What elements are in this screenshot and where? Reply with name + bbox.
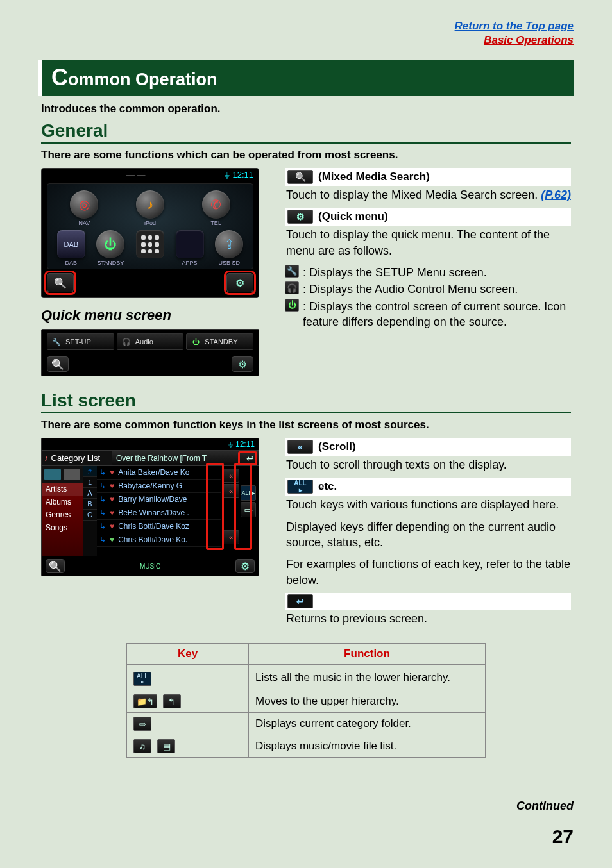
heading-general: General	[41, 121, 571, 144]
desc-text-search: Touch to display the Mixed Media Search …	[285, 186, 571, 208]
callout-scroll-column	[206, 463, 224, 550]
continued-label: Continued	[516, 799, 574, 813]
th-function: Function	[249, 644, 486, 665]
heading-quick-menu: Quick menu screen	[41, 307, 266, 324]
table-row: ALL▸ Lists all the music in the lower hi…	[127, 665, 486, 690]
all-key-icon: ALL▸	[133, 672, 151, 686]
app-standby[interactable]: ⏻STANDBY	[92, 230, 128, 266]
desc-text-scroll: Touch to scroll through texts on the dis…	[285, 456, 571, 478]
app-usbsd[interactable]: ⇪USB SD	[211, 230, 247, 266]
category-list-header: ♪Category List	[42, 451, 112, 465]
heading-list: List screen	[41, 390, 571, 413]
cat-artists[interactable]: Artists	[42, 483, 83, 496]
page-number: 27	[552, 826, 574, 847]
track-list: ↳♥Anita Baker/Dave Ko ↳♥Babyface/Kenny G…	[97, 466, 221, 556]
cat-albums[interactable]: Albums	[42, 496, 83, 508]
quick-menu-bar-mock: 🔧SET-UP 🎧Audio ⏻STANDBY	[41, 329, 259, 376]
callout-keys-column	[234, 463, 252, 550]
link-basic-ops[interactable]: Basic Operations	[484, 34, 574, 46]
desc-head-back	[285, 593, 571, 610]
ls-gear[interactable]	[235, 559, 255, 573]
gear-icon	[238, 358, 247, 371]
category-sidebar: Artists Albums Genres Songs	[42, 466, 83, 556]
audio-icon: 🎧	[121, 337, 132, 347]
audio-icon: 🎧	[285, 281, 299, 294]
cat-songs[interactable]: Songs	[42, 521, 83, 534]
up-hierarchy-icon-alt: ↰	[163, 694, 181, 708]
title-cap: C	[51, 64, 68, 90]
app-tel[interactable]: ✆TEL	[198, 190, 234, 226]
desc-text-back: Returns to previous screen.	[285, 610, 571, 631]
gear-icon	[287, 210, 313, 224]
current-folder-icon	[133, 717, 151, 731]
wrench-icon: 🔧	[51, 337, 62, 347]
power-icon: ⏻	[191, 337, 201, 347]
list-item[interactable]: ↳♥BeBe Winans/Dave .	[97, 506, 221, 520]
table-row: Displays music/movie file list.	[127, 735, 486, 758]
scroll-icon: «	[287, 440, 313, 454]
desc-text-etc3: For examples of functions of each key, r…	[285, 555, 571, 593]
app-apps[interactable]: APPS	[172, 230, 208, 266]
app-dab[interactable]: DABDAB	[53, 230, 89, 266]
ls-mode-label: MUSIC	[65, 563, 235, 570]
list-item[interactable]: ↳♥Babyface/Kenny G	[97, 480, 221, 493]
list-item[interactable]: ↳♥Anita Baker/Dave Ko	[97, 466, 221, 480]
wifi-icon: ⏚	[225, 170, 230, 179]
table-row: 📁↰ ↰ Moves to the upper hierarchy.	[127, 690, 486, 713]
back-icon	[287, 594, 313, 608]
gear-icon	[235, 277, 244, 289]
intro-text: Introduces the common operation.	[41, 103, 571, 115]
section-title: Common Operation	[38, 60, 574, 96]
list-screen-mock: ⏚12:11 ♪Category List Over the Rainbow […	[41, 438, 259, 576]
general-lead: There are some functions which can be op…	[41, 149, 571, 162]
wrench-icon: 🔧	[285, 265, 299, 278]
list-item[interactable]: ↳♥Barry Manilow/Dave	[97, 493, 221, 506]
callout-back	[238, 451, 257, 465]
desc-text-etc2: Displayed keys differ depending on the c…	[285, 518, 571, 556]
list-descriptions: « (Scroll) Touch to scroll through texts…	[285, 438, 571, 631]
qm-standby[interactable]: ⏻STANDBY	[186, 333, 253, 350]
qm-audio[interactable]: 🎧Audio	[117, 333, 184, 350]
table-row: Displays current category folder.	[127, 713, 486, 735]
link-p62[interactable]: (P.62)	[541, 188, 571, 201]
header-links: Return to the Top page Basic Operations	[38, 19, 574, 47]
home-screen-mock: — — ⏚12:11 ◎NAV ♪iPod ✆TEL DABDAB ⏻STAND…	[41, 168, 259, 298]
general-descriptions: (Mixed Media Search) Touch to display th…	[285, 168, 571, 376]
movie-list-icon	[157, 739, 175, 753]
all-key-icon: ALL▸	[287, 480, 313, 494]
desc-head-etc: ALL▸ etc.	[285, 478, 571, 496]
clock: 12:11	[235, 440, 255, 449]
up-hierarchy-icon: 📁↰	[133, 694, 157, 708]
wifi-icon: ⏚	[228, 440, 233, 449]
th-key: Key	[127, 644, 249, 665]
clock: 12:11	[232, 170, 253, 179]
function-table: Key Function ALL▸ Lists all the music in…	[126, 643, 486, 758]
qm-setup[interactable]: 🔧SET-UP	[47, 333, 114, 350]
list-item[interactable]: ↳♥Chris Botti/Dave Ko.	[97, 533, 221, 547]
power-icon: ⏻	[285, 299, 299, 312]
cat-genres[interactable]: Genres	[42, 508, 83, 521]
desc-text-quickmenu: Touch to display the quick menu. The con…	[285, 226, 571, 263]
ls-search[interactable]	[46, 559, 65, 573]
desc-head-quickmenu: (Quick menu)	[285, 208, 571, 226]
list-lead: There are some common function keys in t…	[41, 419, 571, 431]
desc-head-search: (Mixed Media Search)	[285, 168, 571, 186]
link-return-top[interactable]: Return to the Top page	[455, 20, 574, 32]
mixed-search-button[interactable]	[47, 273, 74, 292]
qm-search[interactable]	[47, 356, 69, 372]
app-ipod[interactable]: ♪iPod	[132, 190, 168, 226]
app-grid[interactable]	[132, 230, 168, 266]
quick-menu-button[interactable]	[226, 273, 253, 292]
list-item[interactable]: ↳♥Chris Botti/Dave Koz	[97, 520, 221, 533]
gear-icon	[241, 560, 250, 572]
title-rest: ommon Operation	[68, 70, 217, 89]
desc-text-etc1: Touch keys with various functions are di…	[285, 496, 571, 517]
alpha-index[interactable]: # 1 A B C	[83, 466, 97, 556]
search-icon	[287, 170, 313, 184]
desc-head-scroll: « (Scroll)	[285, 438, 571, 456]
app-nav[interactable]: ◎NAV	[66, 190, 102, 226]
qm-gear[interactable]	[232, 356, 253, 372]
music-list-icon	[133, 739, 151, 753]
